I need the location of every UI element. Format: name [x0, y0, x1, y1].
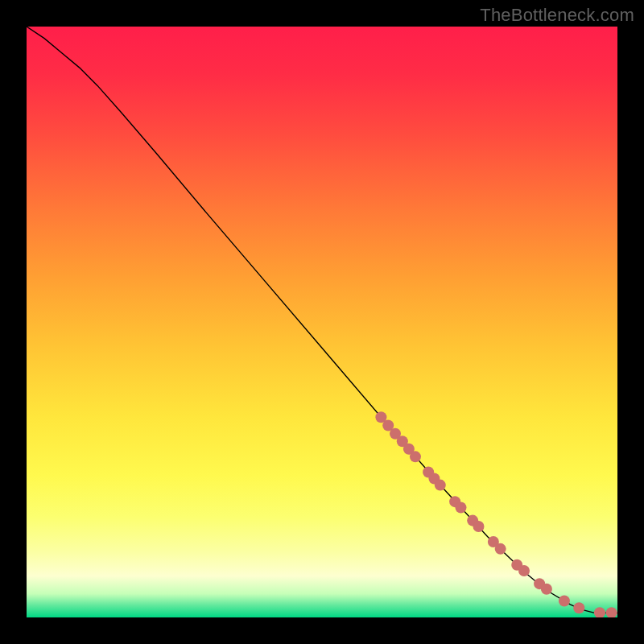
dot — [495, 543, 506, 555]
watermark-label: TheBottleneck.com — [480, 5, 634, 26]
dot — [573, 602, 584, 613]
scatter-dots — [375, 411, 617, 617]
dot — [518, 565, 530, 576]
dot — [559, 595, 570, 606]
dot — [473, 521, 485, 532]
dot — [435, 480, 446, 491]
chart-overlay — [27, 27, 617, 617]
dot — [455, 502, 466, 513]
figure-stage: TheBottleneck.com — [0, 0, 644, 644]
dot — [410, 451, 421, 462]
dot — [606, 607, 617, 617]
dot — [541, 584, 552, 595]
dot — [594, 607, 605, 617]
plot-area — [27, 27, 617, 617]
curve-line — [27, 27, 617, 613]
